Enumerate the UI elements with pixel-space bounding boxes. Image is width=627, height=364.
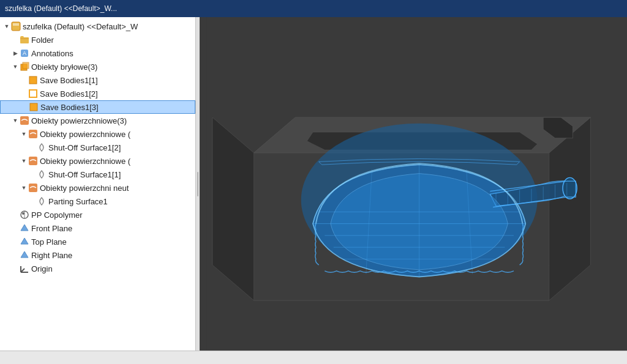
tree-item-neutralGroup[interactable]: ▼Obiekty powierzchni neut: [0, 181, 195, 195]
tree-item-topPlane[interactable]: Top Plane: [0, 235, 195, 248]
tree-item-saveBodies2[interactable]: Save Bodies1[2]: [0, 87, 195, 100]
svg-rect-7: [29, 90, 37, 97]
tree-item-frontPlane[interactable]: Front Plane: [0, 221, 195, 235]
expander-origin: [11, 264, 20, 273]
svg-marker-16: [21, 225, 28, 231]
expander-rightPlane: [11, 251, 20, 259]
icon-surface: [28, 156, 38, 166]
tree-item-shutOff1[interactable]: Shut-Off Surface1[1]: [0, 168, 195, 181]
tree-item-root[interactable]: ▼szufelka (Default) <<Default>_W: [0, 20, 195, 33]
icon-surface: [20, 116, 29, 125]
tree-item-saveBodies3[interactable]: Save Bodies1[3]: [0, 100, 195, 114]
icon-annotation: A: [20, 48, 29, 58]
expander-shutOff1: [28, 170, 37, 179]
icon-shutoff: [37, 143, 47, 152]
icon-folder: [20, 35, 29, 45]
tree-label-root: szufelka (Default) <<Default>_W: [23, 22, 138, 31]
tree-label-shutOff2: Shut-Off Surface1[2]: [48, 143, 121, 152]
expander-shutOff2: [28, 143, 37, 152]
expander-solidBodies[interactable]: ▼: [11, 62, 20, 71]
tree-label-surfBodies: Obiekty powierzchniowe(3): [31, 116, 127, 125]
tree-label-saveBodies3: Save Bodies1[3]: [40, 103, 99, 112]
tree-label-origin: Origin: [31, 264, 53, 273]
icon-solid: [29, 102, 39, 112]
icon-surface: [28, 183, 38, 193]
icon-plane: [20, 223, 29, 233]
expander-surfGroup1[interactable]: ▼: [20, 130, 28, 138]
title-bar: szufelka (Default) <<Default>_W...: [0, 0, 627, 17]
tree-label-ppCopolymer: PP Copolymer: [31, 210, 83, 220]
expander-topPlane: [11, 237, 20, 246]
expander-saveBodies3: [20, 103, 29, 111]
tree-item-shutOff2[interactable]: Shut-Off Surface1[2]: [0, 141, 195, 154]
tree-item-surfGroup2[interactable]: ▼Obiekty powierzchniowe (: [0, 154, 195, 168]
tree-item-ppCopolymer[interactable]: PP Copolymer: [0, 208, 195, 221]
tree-label-saveBodies1: Save Bodies1[1]: [40, 76, 98, 85]
svg-marker-18: [21, 251, 28, 258]
tree-label-solidBodies: Obiekty bryłowe(3): [31, 62, 97, 72]
icon-origin: [20, 264, 29, 273]
tree-item-solidBodies[interactable]: ▼Obiekty bryłowe(3): [0, 60, 195, 73]
tree-item-surfGroup1[interactable]: ▼Obiekty powierzchniowe (: [0, 127, 195, 141]
icon-root: [11, 21, 21, 31]
svg-rect-8: [30, 103, 37, 111]
tree-item-partingSurface[interactable]: Parting Surface1: [0, 195, 195, 208]
viewport[interactable]: [200, 17, 627, 351]
tree-item-surfBodies[interactable]: ▼Obiekty powierzchniowe(3): [0, 114, 195, 127]
expander-saveBodies1: [20, 76, 28, 84]
icon-solidGroup: [20, 62, 29, 72]
svg-marker-17: [21, 238, 28, 244]
tree-label-frontPlane: Front Plane: [31, 224, 72, 233]
expander-neutralGroup[interactable]: ▼: [20, 184, 28, 192]
tree-item-saveBodies1[interactable]: Save Bodies1[1]: [0, 73, 195, 87]
icon-material: [20, 210, 29, 220]
svg-text:A: A: [23, 50, 26, 56]
svg-rect-5: [23, 62, 29, 69]
tree-label-annotations: Annotations: [31, 49, 73, 58]
icon-surface: [28, 129, 38, 139]
expander-folder: [11, 35, 20, 44]
svg-rect-1: [13, 23, 19, 26]
tree-label-shutOff1: Shut-Off Surface1[1]: [48, 170, 121, 179]
icon-shutoff: [37, 196, 47, 206]
expander-surfGroup2[interactable]: ▼: [20, 157, 28, 165]
svg-rect-6: [29, 76, 37, 84]
tree-label-partingSurface: Parting Surface1: [48, 197, 108, 206]
tree-label-rightPlane: Right Plane: [31, 251, 72, 260]
expander-annotations[interactable]: ▶: [11, 49, 20, 58]
icon-solidOutline: [28, 89, 38, 98]
expander-frontPlane: [11, 224, 20, 232]
tree-label-surfGroup2: Obiekty powierzchniowe (: [40, 157, 130, 166]
tree-label-saveBodies2: Save Bodies1[2]: [40, 89, 98, 98]
title-text: szufelka (Default) <<Default>_W...: [5, 4, 117, 13]
expander-root[interactable]: ▼: [2, 22, 11, 31]
expander-surfBodies[interactable]: ▼: [11, 116, 20, 125]
icon-shutoff: [37, 169, 47, 179]
icon-plane: [20, 237, 29, 247]
tree-label-topPlane: Top Plane: [31, 237, 67, 247]
tree-item-rightPlane[interactable]: Right Plane: [0, 248, 195, 262]
expander-partingSurface: [28, 197, 37, 206]
expander-ppCopolymer: [11, 210, 20, 219]
svg-point-14: [22, 212, 24, 215]
icon-solid: [28, 75, 38, 85]
feature-tree[interactable]: ▼szufelka (Default) <<Default>_W Folder▶…: [0, 17, 196, 351]
main-area: ▼szufelka (Default) <<Default>_W Folder▶…: [0, 17, 627, 351]
tree-item-folder[interactable]: Folder: [0, 33, 195, 46]
expander-saveBodies2: [20, 89, 28, 98]
status-bar: [0, 351, 627, 364]
tree-item-origin[interactable]: Origin: [0, 262, 195, 275]
tree-label-folder: Folder: [31, 35, 54, 45]
tree-item-annotations[interactable]: ▶AAnnotations: [0, 46, 195, 60]
tree-label-neutralGroup: Obiekty powierzchni neut: [40, 184, 129, 193]
tree-label-surfGroup1: Obiekty powierzchniowe (: [40, 130, 130, 139]
3d-scene: [200, 17, 627, 351]
icon-plane: [20, 250, 29, 260]
